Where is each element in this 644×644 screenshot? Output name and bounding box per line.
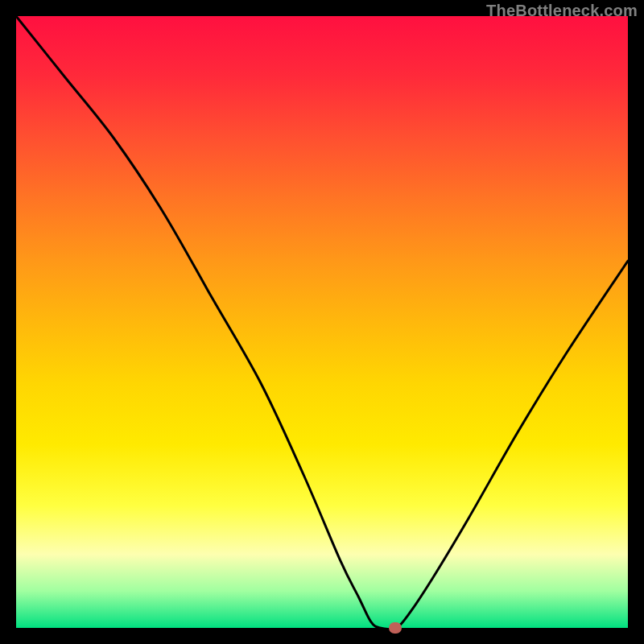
plot-area <box>16 16 628 628</box>
chart-container: TheBottleneck.com <box>0 0 644 644</box>
curve-svg <box>16 16 628 628</box>
optimal-point-marker <box>389 622 402 634</box>
bottleneck-curve <box>16 16 628 628</box>
